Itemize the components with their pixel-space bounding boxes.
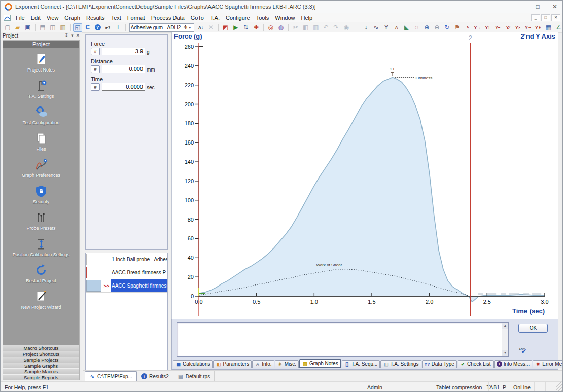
tab-calculations[interactable]: ▦Calculations	[173, 360, 213, 368]
tab-t-a-settings[interactable]: ◫T.A. Settings	[380, 360, 421, 368]
doc-tab-c-temp-exp-[interactable]: ∿C:\TEMP\Exp...	[85, 371, 137, 381]
branch-y-icon[interactable]: Y	[382, 23, 391, 32]
menu-item-t-a-[interactable]: T.A.	[207, 14, 223, 21]
new-document-icon[interactable]: ▢	[3, 23, 12, 32]
run-test-1-icon[interactable]: ◩	[221, 23, 230, 32]
doc-tab-results-[interactable]: iResults2	[137, 371, 173, 381]
shortcut-band-sample-macros[interactable]: Sample Macros	[3, 368, 79, 374]
shortcut-band-project-shortcuts[interactable]: Project Shortcuts	[3, 351, 79, 357]
zoom-out-icon[interactable]: ⊖	[433, 23, 442, 32]
sequence-stop-icon[interactable]: ✚	[252, 23, 261, 32]
open-file-icon[interactable]: ▰	[13, 23, 22, 32]
y-star-icon[interactable]: Y∗	[534, 23, 543, 32]
y-tilde-icon[interactable]: Y∼	[523, 23, 533, 32]
sequence-add-icon[interactable]: ⇅	[241, 23, 251, 32]
lock-icon[interactable]: ◉	[342, 23, 351, 32]
tab-misc-[interactable]: ✳Misc.	[275, 360, 299, 368]
time-value-field[interactable]	[102, 83, 145, 91]
refresh-icon[interactable]: C	[83, 23, 92, 32]
shortcut-band-sample-graphs[interactable]: Sample Graphs	[3, 363, 79, 369]
peak-analysis-icon[interactable]: ∧	[392, 23, 401, 32]
ok-button[interactable]: OK	[518, 324, 548, 333]
pane-close-icon[interactable]: ✕	[76, 33, 80, 38]
menu-item-goto[interactable]: GoTo	[188, 14, 207, 21]
menu-item-edit[interactable]: Edit	[28, 14, 44, 21]
window-view-icon[interactable]: ◱	[73, 23, 82, 32]
pin-icon[interactable]: ↧	[64, 33, 68, 38]
sidebar-item-graph-preferences[interactable]: Graph Preferences	[3, 157, 79, 178]
collapse-icon[interactable]: ▾	[71, 33, 74, 38]
close-button[interactable]: ✕	[546, 1, 563, 13]
shortcut-band-sample-reports[interactable]: Sample Reports	[3, 374, 79, 380]
area-marker-icon[interactable]: ◣	[402, 23, 411, 32]
menu-item-graph[interactable]: Graph	[61, 14, 83, 21]
menu-item-help[interactable]: Help	[298, 14, 315, 21]
row-selector-cell[interactable]	[86, 267, 101, 278]
shortcut-band-macro-shortcuts[interactable]: Macro Shortcuts	[3, 345, 79, 351]
tab-t-a-sequ-[interactable]: []T.A. Sequ...	[342, 360, 380, 368]
y-minus-icon[interactable]: Y−	[493, 23, 502, 32]
mdi-minimize-button[interactable]: _	[531, 14, 540, 21]
y-shift-icon[interactable]: Y→	[473, 23, 482, 32]
spellcheck-icon[interactable]: ABC✔	[519, 348, 529, 357]
help-icon[interactable]: ?	[93, 23, 102, 32]
distance-units-button[interactable]: #	[91, 65, 100, 73]
menu-item-file[interactable]: File	[13, 14, 28, 21]
scroll-down-icon[interactable]: ▼	[502, 350, 508, 356]
mdi-restore-button[interactable]: □	[541, 14, 550, 21]
save-file-icon[interactable]: ▣	[23, 23, 32, 32]
notes-scrollbar[interactable]: ▲ ▼	[502, 323, 508, 356]
resize-grip[interactable]	[556, 382, 563, 392]
archive-list-item[interactable]: 1 Inch Ball probe - Adhesive	[86, 253, 167, 266]
tab-data-type[interactable]: Y?Data Type	[422, 360, 457, 368]
ta-instrument-icon[interactable]: ⊥	[114, 23, 123, 32]
chevron-down-icon[interactable]: ▾	[187, 25, 193, 30]
undo-icon[interactable]: ↶	[322, 23, 331, 32]
sidebar-item-files[interactable]: Files	[3, 131, 79, 152]
menu-item-results[interactable]: Results	[83, 14, 108, 21]
minimize-button[interactable]: –	[512, 1, 529, 13]
page-setup-icon[interactable]: ▥	[58, 23, 67, 32]
tab-graph-notes[interactable]: ▤Graph Notes	[299, 359, 341, 368]
archive-file-label[interactable]: 1 Inch Ball probe - Adhesive	[111, 253, 167, 266]
time-units-button[interactable]: #	[91, 83, 100, 91]
clear-x-icon[interactable]: ✕	[206, 23, 216, 32]
sidebar-item-security[interactable]: Security	[3, 184, 79, 204]
archive-list-item[interactable]: >>AACC Spaghetti firmness LKB	[86, 279, 167, 293]
copy-icon[interactable]: ◧	[301, 23, 310, 32]
menu-item-window[interactable]: Window	[272, 14, 298, 21]
distance-value-field[interactable]	[102, 65, 145, 73]
refresh-graph-icon[interactable]: ↻	[442, 23, 451, 32]
force-units-button[interactable]: #	[91, 48, 100, 55]
context-help-icon[interactable]: ▸?	[103, 23, 113, 32]
sidebar-item-test-configuration[interactable]: Test Configuration	[3, 104, 79, 125]
flag-marker-icon[interactable]: ⚑	[452, 23, 462, 32]
mdi-close-button[interactable]: ✕	[551, 14, 560, 21]
menu-item-tools[interactable]: Tools	[253, 14, 272, 21]
probe-settings-icon[interactable]: ◍	[276, 23, 286, 32]
run-test-2-icon[interactable]: ▶	[231, 23, 240, 32]
y-up-icon[interactable]: Y↑	[483, 23, 492, 32]
archive-list-item[interactable]: AACC Bread firmness P-36R	[86, 266, 167, 279]
grid-toggle-icon[interactable]: ▦	[544, 23, 553, 32]
row-selector-cell[interactable]	[86, 254, 101, 265]
sidebar-item-position-calibration-settings[interactable]: Position Calibration Settings	[3, 236, 79, 257]
menu-item-format[interactable]: Format	[124, 14, 148, 21]
paste-icon[interactable]: ▥	[311, 23, 321, 32]
sidebar-item-new-project-wizard[interactable]: New Project Wizard	[3, 289, 79, 310]
zoom-in-icon[interactable]: ⊕	[423, 23, 432, 32]
sidebar-item-restart-project[interactable]: Restart Project	[3, 263, 79, 283]
print-icon[interactable]: ▤	[38, 23, 47, 32]
menu-item-view[interactable]: View	[44, 14, 62, 21]
menu-item-process-data[interactable]: Process Data	[148, 14, 188, 21]
row-selector-cell[interactable]	[86, 280, 101, 292]
probe-combo[interactable]: Adhesive gum - ADH2_400▾	[129, 23, 194, 32]
sidebar-item-project-notes[interactable]: Project Notes	[3, 52, 79, 73]
axis-scale-icon[interactable]: ∠	[554, 23, 563, 32]
cut-icon[interactable]: ✂	[291, 23, 300, 32]
menu-item-text[interactable]: Text	[108, 14, 124, 21]
maximize-button[interactable]: □	[529, 1, 546, 13]
sort-az-icon[interactable]: A↓	[196, 23, 205, 32]
tab-check-list[interactable]: ✔Check List	[458, 360, 494, 368]
macro-search-icon[interactable]: ◌	[412, 23, 421, 32]
